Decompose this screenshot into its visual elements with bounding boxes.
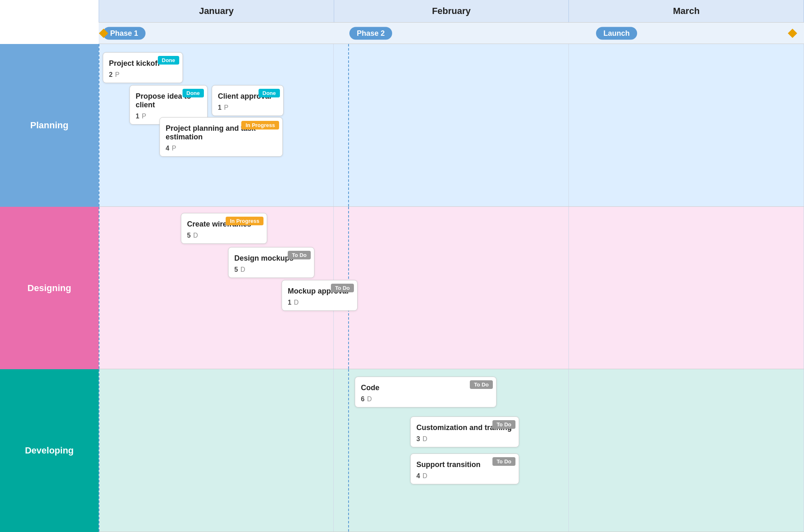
status-todo-mockups: To Do: [288, 251, 311, 259]
status-todo-mockupapproval: To Do: [331, 284, 354, 292]
phase-divider-developing-1: [99, 369, 99, 532]
status-done-propose: Done: [183, 89, 204, 97]
task-mockups: To Do Design mockups 5 D: [228, 247, 314, 278]
phase-divider-2: [348, 44, 349, 206]
phase2-badge: Phase 2: [349, 27, 392, 39]
planning-mar-col: [569, 44, 804, 206]
designing-feb-col: [334, 207, 569, 369]
developing-grid-row: To Do Code 6 D To Do Customization and t…: [99, 369, 804, 532]
label-designing: Designing: [0, 207, 99, 370]
developing-jan-col: [99, 369, 334, 532]
launch-badge: Launch: [596, 27, 637, 39]
status-done-client: Done: [259, 89, 280, 97]
status-todo-customization: To Do: [492, 420, 515, 429]
phase-divider-1: [99, 44, 99, 206]
task-meta-code: 6 D: [361, 396, 490, 403]
phase2-marker: Phase 2: [349, 27, 392, 39]
phase-row: Phase 1 Phase 2 Launch: [99, 23, 804, 44]
status-todo-code: To Do: [470, 380, 493, 389]
phase-divider-developing-2: [348, 369, 349, 532]
designing-mar-col: [569, 207, 804, 369]
label-planning: Planning: [0, 44, 99, 207]
planning-grid-row: Done Project kickoff 2 P Done Propose id…: [99, 44, 804, 207]
phase-divider-designing-1: [99, 207, 99, 369]
task-wireframes: In Progress Create wireframes 5 D: [181, 213, 267, 244]
status-done-kickoff: Done: [158, 56, 180, 65]
row-labels: Planning Designing Developing: [0, 44, 99, 532]
task-meta-planning: 4 P: [166, 145, 277, 152]
phase1-badge: Phase 1: [103, 27, 146, 39]
task-meta-mockupapproval: 1 D: [288, 299, 351, 306]
content-area: Planning Designing Developing: [0, 44, 804, 532]
task-meta-support: 4 D: [416, 472, 513, 480]
month-january: January: [99, 0, 334, 22]
status-todo-support: To Do: [492, 457, 515, 466]
task-meta-kickoff: 2 P: [109, 71, 177, 79]
task-project-kickoff: Done Project kickoff 2 P: [103, 52, 183, 83]
task-meta-client: 1 P: [218, 104, 277, 111]
label-developing: Developing: [0, 369, 99, 532]
task-meta-wireframes: 5 D: [187, 232, 261, 239]
task-customization: To Do Customization and training 3 D: [410, 416, 519, 447]
task-meta-mockups: 5 D: [234, 266, 308, 273]
task-meta-customization: 3 D: [416, 435, 513, 443]
month-march: March: [569, 0, 804, 22]
task-project-planning: In Progress Project planning and task es…: [159, 117, 283, 157]
grid-area: Done Project kickoff 2 P Done Propose id…: [99, 44, 804, 532]
designing-grid-row: In Progress Create wireframes 5 D To Do …: [99, 207, 804, 370]
status-inprogress-wireframes: In Progress: [226, 217, 263, 225]
developing-mar-col: [569, 369, 804, 532]
status-inprogress-planning: In Progress: [241, 121, 279, 130]
launch-diamond: [788, 28, 797, 38]
month-header: January February March: [99, 0, 804, 23]
planning-feb-col: [334, 44, 569, 206]
phase1-marker: Phase 1: [103, 27, 146, 39]
launch-marker: Launch: [596, 27, 637, 39]
month-february: February: [334, 0, 569, 22]
gantt-container: January February March Phase 1 Phase 2 L…: [0, 0, 804, 532]
task-support: To Do Support transition 4 D: [410, 453, 519, 484]
task-client-approval: Done Client approval 1 P: [212, 85, 284, 116]
task-mockup-approval: To Do Mockup approval 1 D: [282, 280, 358, 311]
task-code: To Do Code 6 D: [355, 377, 497, 407]
